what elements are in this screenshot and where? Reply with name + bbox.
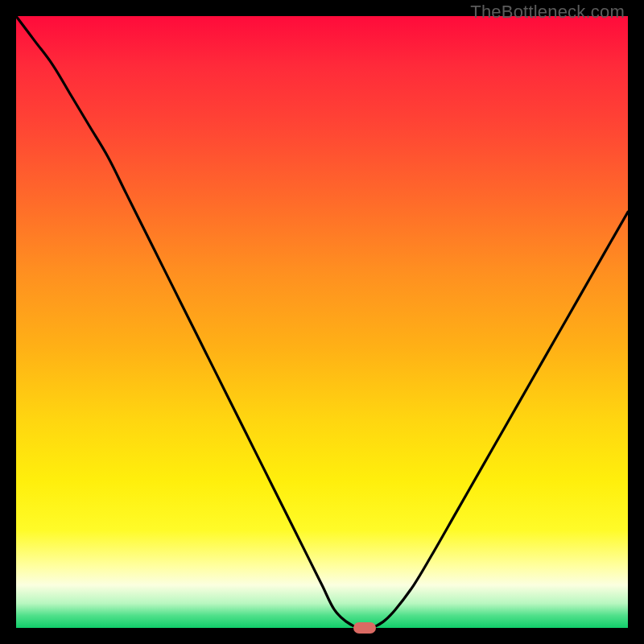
- chart-frame: TheBottleneck.com: [0, 0, 644, 644]
- bottleneck-curve: [16, 16, 628, 628]
- curve-svg: [16, 16, 628, 628]
- optimum-marker: [353, 622, 376, 634]
- plot-area: [16, 16, 628, 628]
- watermark-text: TheBottleneck.com: [470, 2, 625, 23]
